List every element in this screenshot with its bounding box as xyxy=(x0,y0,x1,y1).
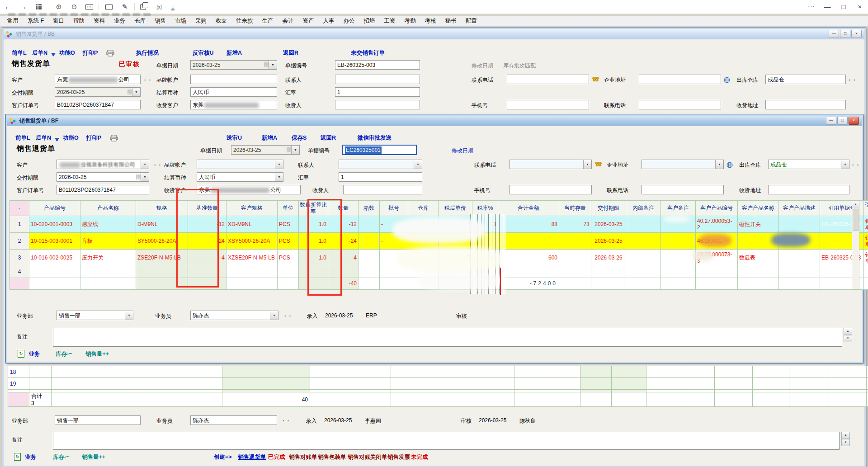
cell-cust_pdesc[interactable] xyxy=(779,216,820,233)
po-number-input[interactable]: B01102SPO260371847 xyxy=(57,185,149,194)
cell-cust_pname[interactable] xyxy=(738,266,779,278)
cell-delivery[interactable]: 2026-03-26 xyxy=(591,250,626,266)
cell[interactable] xyxy=(514,366,549,378)
contact-input[interactable] xyxy=(335,75,420,84)
mobile-input[interactable] xyxy=(509,185,592,194)
function-menu-button[interactable]: 功能O xyxy=(59,49,75,57)
cell-stock[interactable] xyxy=(559,233,591,250)
sales-qty-link[interactable]: 销售量++ xyxy=(82,453,105,461)
menu-item[interactable]: 收支 xyxy=(211,17,231,25)
cell-box[interactable] xyxy=(359,278,380,290)
select-text-icon[interactable]: [x] xyxy=(151,0,167,14)
cell-name[interactable]: 感应线 xyxy=(80,216,136,233)
cell-unit[interactable]: PCS xyxy=(278,250,299,266)
rate-input[interactable]: 1 xyxy=(335,87,420,97)
submit-audit-button[interactable]: 送审U xyxy=(226,134,242,142)
menu-item[interactable]: 资料 xyxy=(89,17,109,25)
cell-cust_note[interactable] xyxy=(661,278,696,290)
ship-address-input[interactable] xyxy=(765,100,846,109)
cell-product_no[interactable] xyxy=(29,278,80,290)
cell-total[interactable] xyxy=(498,266,559,278)
cell[interactable] xyxy=(715,378,753,390)
cell-int_note[interactable] xyxy=(626,233,661,250)
cell-cust_note[interactable] xyxy=(661,233,696,250)
cell-int_note[interactable] xyxy=(626,278,661,290)
execution-status-button[interactable]: 执行情况 xyxy=(136,49,159,57)
column-header-box[interactable]: 箱数 xyxy=(359,201,380,216)
note-input[interactable] xyxy=(53,432,840,450)
cell-box[interactable] xyxy=(359,250,380,266)
warehouse-input[interactable]: 成品仓 xyxy=(765,75,846,84)
column-header-wh[interactable]: 仓库 xyxy=(408,201,439,216)
cell-name[interactable]: 压力开关 xyxy=(80,250,136,266)
column-header-delivery[interactable]: 交付期限 xyxy=(591,201,626,216)
scrollbar-thumb[interactable] xyxy=(853,209,859,231)
cell[interactable] xyxy=(310,392,391,407)
cell[interactable] xyxy=(391,392,483,407)
cell[interactable] xyxy=(8,392,29,407)
business-tab[interactable]: 业务 xyxy=(28,350,40,358)
cell[interactable] xyxy=(612,366,646,378)
cell-product_no[interactable]: 10-016-002-0025 xyxy=(29,250,80,266)
forward-icon[interactable]: → xyxy=(15,0,31,14)
column-header-total[interactable]: 合计金额 xyxy=(498,201,559,216)
cell[interactable]: 合计 3 xyxy=(29,392,52,407)
cell[interactable] xyxy=(580,366,612,378)
salesperson-lookup-button[interactable]: . . xyxy=(283,416,290,423)
prev-doc-button[interactable]: 前单L xyxy=(15,134,30,142)
cell[interactable] xyxy=(646,378,681,390)
phone2-input[interactable] xyxy=(642,185,724,194)
cell-cust_spec[interactable] xyxy=(226,266,278,278)
currency-input[interactable]: 人民币 xyxy=(190,87,277,97)
column-header-batch[interactable]: 批号 xyxy=(380,201,408,216)
cell[interactable] xyxy=(391,366,483,378)
next-doc-button[interactable]: 后单N xyxy=(36,134,51,142)
column-header-int_note[interactable]: 内部备注 xyxy=(626,201,661,216)
cell-unit[interactable] xyxy=(278,266,299,278)
cell[interactable] xyxy=(789,392,827,407)
cell-cust_pno[interactable]: 40.27.000053- 2 xyxy=(696,216,738,233)
cell-cust_pname[interactable] xyxy=(738,278,779,290)
cell[interactable] xyxy=(139,378,222,390)
cell-product_no[interactable]: 10-015-003-0001 xyxy=(29,233,80,250)
cell-cust_spec[interactable] xyxy=(226,278,278,290)
edit-icon[interactable]: ✎ xyxy=(117,0,132,14)
menu-item[interactable]: 考勤 xyxy=(400,17,420,25)
menu-item[interactable]: 系统 F xyxy=(23,17,48,25)
note-scroll-up[interactable]: ▲ xyxy=(841,432,850,439)
cell[interactable] xyxy=(222,366,310,378)
zoom-out-icon[interactable]: ⊖ xyxy=(66,0,82,14)
cell[interactable] xyxy=(52,378,139,390)
menu-item[interactable]: 帮助 xyxy=(69,17,89,25)
dept-combo[interactable]: 销售一部▼ xyxy=(57,311,133,320)
cell[interactable] xyxy=(827,366,867,378)
cell[interactable] xyxy=(580,378,612,390)
cell[interactable] xyxy=(681,366,715,378)
menu-item[interactable]: 招培 xyxy=(359,17,380,25)
column-header-cust_spec[interactable]: 客户规格 xyxy=(226,201,278,216)
cell[interactable] xyxy=(391,378,483,390)
menu-item[interactable]: 生产 xyxy=(258,17,278,25)
scroll-up-icon[interactable]: ▲ xyxy=(852,201,859,208)
doc-date-input[interactable]: 2026-03-25▼ xyxy=(190,60,277,70)
menu-item[interactable]: 常用 xyxy=(3,17,23,25)
download-icon[interactable]: ↓ xyxy=(171,4,175,10)
cell-total[interactable]: 88 xyxy=(498,216,559,233)
pending-sales-orders-link[interactable]: 未交销售订单 xyxy=(351,49,385,57)
menu-item[interactable]: 销售 xyxy=(150,17,170,25)
cell[interactable] xyxy=(715,366,753,378)
cell-ref_type[interactable] xyxy=(864,266,868,278)
create-doc-link[interactable]: 销售对账单 xyxy=(289,453,317,461)
warehouse-lookup-button[interactable]: . . xyxy=(852,160,859,167)
menu-item[interactable]: 采购 xyxy=(191,17,211,25)
cell-cust_pdesc[interactable] xyxy=(779,266,820,278)
cell[interactable] xyxy=(52,366,139,378)
doc-no-input[interactable]: EB-260325-003 xyxy=(335,60,420,70)
menu-item[interactable]: 人事 xyxy=(319,17,339,25)
cell[interactable] xyxy=(681,392,715,407)
add-new-button[interactable]: 新增A xyxy=(262,134,277,142)
printer-icon[interactable] xyxy=(110,134,118,142)
warehouse-lookup-button[interactable]: . . xyxy=(849,75,856,82)
cell[interactable] xyxy=(549,378,580,390)
return-button[interactable]: 返回R xyxy=(283,49,298,57)
